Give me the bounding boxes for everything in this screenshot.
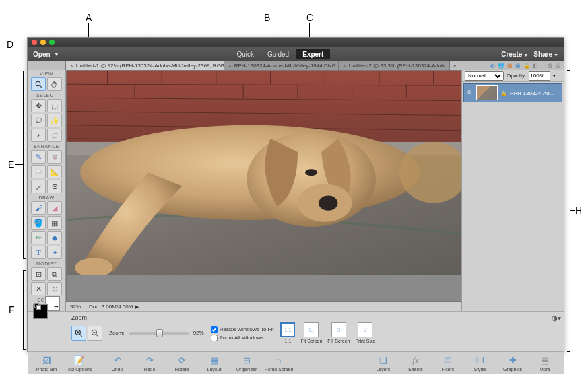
layer-thumbnail[interactable] bbox=[476, 85, 498, 100]
print-size-button[interactable]: ▯Print Size bbox=[355, 322, 375, 343]
smart-brush-tool[interactable] bbox=[31, 180, 46, 193]
callout-c: C bbox=[306, 12, 313, 23]
magic-wand-tool[interactable]: ✨ bbox=[47, 114, 62, 127]
tab-label: Untitled-2 @ 33.3% (RPH-130324-Adob... bbox=[349, 63, 449, 69]
main-area: VIEW SELECT ✥ ⬚ ✨ ENHANCE ✎ bbox=[28, 70, 564, 311]
fill-tool[interactable]: 🪣 bbox=[31, 216, 46, 230]
organizer-button[interactable]: ⊞Organizer bbox=[232, 355, 261, 372]
fit-1to1-button[interactable]: 1:11:1 bbox=[280, 322, 295, 343]
zoom-slider-knob[interactable] bbox=[156, 329, 163, 337]
opacity-input[interactable] bbox=[529, 71, 550, 81]
layout-button[interactable]: ▦Layout bbox=[199, 355, 229, 372]
share-menu[interactable]: Share▼ bbox=[533, 50, 558, 58]
opacity-caret-icon[interactable]: ▾ bbox=[553, 73, 556, 79]
swap-colors-icon[interactable]: ⇄ bbox=[54, 304, 59, 310]
move-tool[interactable]: ✥ bbox=[31, 99, 46, 112]
mode-expert[interactable]: Expert bbox=[296, 49, 330, 59]
panel-history-icon[interactable]: 🌐 bbox=[498, 63, 504, 69]
layer-row[interactable]: 👁 🔒 RPH-130324-Ad... bbox=[463, 83, 562, 102]
content-aware-tool[interactable]: ✕ bbox=[31, 282, 46, 295]
svg-line-1 bbox=[40, 85, 42, 88]
blend-mode-select[interactable]: Normal bbox=[465, 71, 504, 81]
type-tool[interactable]: T bbox=[31, 246, 46, 259]
shape-tool[interactable]: ◆ bbox=[47, 231, 62, 244]
default-colors-icon[interactable] bbox=[34, 303, 41, 310]
brush-tool[interactable]: 🖌 bbox=[31, 201, 46, 215]
redeye-tool[interactable] bbox=[47, 150, 62, 164]
panel-lock-icon[interactable]: 🔒 bbox=[523, 63, 530, 69]
callout-line bbox=[15, 44, 26, 44]
zoom-slider[interactable] bbox=[129, 332, 189, 335]
crop-tool[interactable]: ⊡ bbox=[31, 267, 46, 281]
resize-windows-checkbox[interactable]: Resize Windows To Fit bbox=[211, 326, 274, 333]
color-picker[interactable]: ⇄ bbox=[33, 304, 60, 311]
window-close-button[interactable] bbox=[32, 40, 37, 45]
layer-visibility-icon[interactable]: 👁 bbox=[467, 90, 473, 96]
options-collapse-icon[interactable]: ◑▾ bbox=[552, 314, 561, 322]
zoom-out-icon[interactable] bbox=[88, 326, 102, 341]
panel-navigator-icon[interactable]: ▣ bbox=[515, 63, 521, 69]
tool-options-button[interactable]: 📝Tool Options bbox=[64, 355, 94, 372]
panel-menu-icon[interactable]: ▤ bbox=[556, 63, 561, 69]
status-doc-info[interactable]: Doc: 3.00M/4.00M▶ bbox=[89, 304, 139, 310]
graphics-button[interactable]: ✚Graphics bbox=[498, 355, 527, 372]
marquee-tool[interactable]: ⬚ bbox=[47, 99, 62, 112]
menubar: Open ▼ Quick Guided Expert Create▼ Share… bbox=[28, 47, 564, 61]
document-tab-2[interactable]: ×RPH-130324-Adobe-Mill-Valley-1944.DNG bbox=[224, 61, 339, 70]
close-tab-icon[interactable]: × bbox=[228, 63, 232, 69]
eyedropper-tool[interactable]: ✎ bbox=[31, 150, 46, 164]
section-draw: DRAW bbox=[38, 194, 54, 201]
window-minimize-button[interactable] bbox=[40, 40, 46, 45]
layers-button[interactable]: ❏Layers bbox=[368, 355, 398, 372]
zoom-tool[interactable] bbox=[31, 77, 46, 91]
canvas[interactable] bbox=[66, 70, 461, 302]
redo-button[interactable]: ↷Redo bbox=[135, 355, 164, 372]
mode-guided[interactable]: Guided bbox=[261, 49, 296, 59]
callout-b: B bbox=[264, 12, 270, 23]
effects-button[interactable]: fxEffects bbox=[401, 355, 430, 372]
quick-select-tool[interactable] bbox=[31, 129, 46, 142]
recompose-tool[interactable]: ⧉ bbox=[47, 267, 62, 281]
straighten-tool[interactable]: 📐 bbox=[47, 165, 62, 178]
more-button[interactable]: ▤More bbox=[530, 355, 560, 372]
mode-quick[interactable]: Quick bbox=[230, 49, 261, 59]
fit-screen-button[interactable]: ▢Fit Screen bbox=[300, 322, 322, 343]
document-tab-3[interactable]: ×Untitled-2 @ 33.3% (RPH-130324-Adob... bbox=[339, 61, 450, 70]
canvas-status-bar: 92% Doc: 3.00M/4.00M▶ bbox=[66, 302, 461, 311]
eraser-tool[interactable]: ◢ bbox=[47, 201, 62, 215]
photo-bin-button[interactable]: 🖼Photo Bin bbox=[32, 355, 61, 372]
document-tab-1[interactable]: ×Untitled-1 @ 92% (RPH-130324-Adobe-Mill… bbox=[66, 61, 224, 70]
styles-button[interactable]: ❐Styles bbox=[465, 355, 495, 372]
panel-info-icon[interactable]: ◐ bbox=[490, 63, 495, 69]
window-zoom-button[interactable] bbox=[49, 40, 55, 45]
zoom-in-icon[interactable] bbox=[71, 326, 86, 341]
tab-overflow[interactable]: » bbox=[450, 61, 459, 70]
zoom-all-checkbox[interactable]: Zoom All Windows bbox=[211, 335, 274, 341]
auto-select-tool[interactable] bbox=[47, 129, 62, 142]
open-menu[interactable]: Open bbox=[33, 50, 51, 58]
create-menu[interactable]: Create▼ bbox=[501, 50, 528, 58]
home-screen-button[interactable]: ⌂Home Screen bbox=[264, 355, 294, 372]
status-zoom[interactable]: 92% bbox=[70, 304, 81, 310]
taskbar: 🖼Photo Bin 📝Tool Options ↶Undo ↷Redo ⟳Ro… bbox=[28, 351, 564, 374]
close-tab-icon[interactable]: × bbox=[343, 63, 346, 69]
panel-histogram-icon[interactable]: ▦ bbox=[507, 63, 513, 69]
spot-heal-tool[interactable] bbox=[47, 180, 62, 193]
whiten-teeth-tool[interactable] bbox=[31, 165, 46, 178]
close-tab-icon[interactable]: × bbox=[70, 63, 73, 69]
panel-adjust-icon[interactable]: ◧ bbox=[533, 63, 538, 69]
hand-tool[interactable] bbox=[47, 77, 62, 91]
lasso-tool[interactable] bbox=[31, 114, 46, 127]
undo-button[interactable]: ↶Undo bbox=[102, 355, 132, 372]
document-image bbox=[67, 71, 461, 275]
clone-stamp-tool[interactable]: ⊕ bbox=[47, 282, 62, 295]
fill-screen-button[interactable]: □Fill Screen bbox=[327, 322, 350, 343]
svg-rect-4 bbox=[53, 133, 57, 138]
filters-button[interactable]: ⦾Filters bbox=[433, 355, 463, 372]
gradient-tool[interactable]: ▦ bbox=[47, 216, 62, 230]
pencil-tool[interactable]: ✏ bbox=[31, 231, 46, 244]
custom-shape-tool[interactable]: ✦ bbox=[47, 246, 62, 259]
rotate-button[interactable]: ⟳Rotate bbox=[167, 355, 197, 372]
section-modify: MODIFY bbox=[36, 260, 57, 267]
panel-trash-icon[interactable]: 🗑 bbox=[548, 63, 553, 69]
